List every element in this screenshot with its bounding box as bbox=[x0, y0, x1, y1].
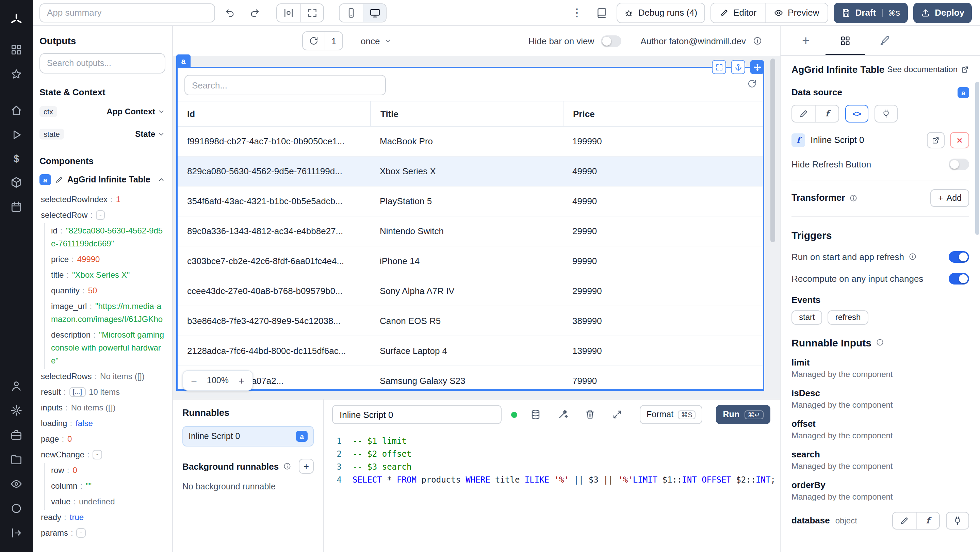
recompute-toggle[interactable] bbox=[949, 273, 969, 284]
table-row[interactable]: 4c83-8022-5e70a07a2...Samsung Galaxy S23… bbox=[178, 366, 763, 396]
table-row-selected[interactable]: 829ca080-5630-4562-9d5e-7611199d...Xbox … bbox=[178, 157, 763, 186]
run-on-start-toggle[interactable] bbox=[949, 251, 969, 262]
static-value-button[interactable] bbox=[792, 105, 815, 121]
table-row[interactable]: 2128adca-7fc6-44bd-800c-dc115df6ac...Sur… bbox=[178, 336, 763, 366]
expand-editor-button[interactable] bbox=[608, 406, 626, 423]
add-transformer-button[interactable]: +Add bbox=[931, 189, 969, 207]
draft-button[interactable]: Draft⌘S bbox=[834, 2, 908, 23]
apps-grid-icon[interactable] bbox=[10, 44, 22, 56]
fullscreen-button[interactable] bbox=[300, 4, 323, 21]
app-canvas[interactable]: a Id Title Price bbox=[173, 56, 780, 399]
table-row[interactable]: c303bce7-cb2e-42c6-8fdf-6aa01fc4e4...iPh… bbox=[178, 247, 763, 276]
table-row[interactable]: f991898d-cb27-4ac7-b10c-0b9050ce1...MacB… bbox=[178, 127, 763, 157]
output-field[interactable]: inputs:No items ([]) bbox=[41, 400, 165, 416]
output-field[interactable]: value:undefined bbox=[51, 494, 165, 510]
code-editor[interactable]: 1 2 3 4 -- $1 limit -- $2 offset -- $3 s… bbox=[324, 430, 780, 552]
schedules-calendar-icon[interactable] bbox=[10, 201, 22, 213]
component-header-row[interactable]: a AgGrid Infinite Table bbox=[40, 172, 165, 188]
hide-bar-toggle[interactable] bbox=[601, 35, 621, 47]
account-person-icon[interactable] bbox=[10, 380, 22, 392]
output-field[interactable]: page:0 bbox=[41, 431, 165, 447]
column-header-id[interactable]: Id bbox=[178, 102, 370, 126]
output-field[interactable]: params:- bbox=[41, 525, 165, 541]
windmill-logo[interactable] bbox=[10, 13, 23, 27]
table-row[interactable]: ccee43dc-27e0-40a8-b768-b09579b0...Sony … bbox=[178, 276, 763, 306]
background-info-icon[interactable] bbox=[283, 462, 291, 470]
inline-script-source-button[interactable]: <> bbox=[845, 105, 869, 122]
hide-refresh-toggle[interactable] bbox=[949, 158, 969, 170]
editor-tab[interactable]: Editor bbox=[711, 3, 765, 22]
search-outputs-input[interactable] bbox=[40, 53, 165, 73]
state-row[interactable]: state State bbox=[40, 126, 165, 142]
runs-play-icon[interactable] bbox=[10, 129, 22, 141]
run-on-start-info-icon[interactable] bbox=[908, 253, 916, 261]
undo-button[interactable] bbox=[221, 3, 240, 22]
output-field[interactable]: ready:true bbox=[41, 510, 165, 525]
ctx-row[interactable]: ctx App Context bbox=[40, 103, 165, 120]
docs-book-button[interactable] bbox=[592, 3, 611, 22]
settings-scrollbar[interactable] bbox=[975, 57, 979, 549]
expression-button[interactable]: f bbox=[815, 105, 838, 121]
redo-button[interactable] bbox=[245, 3, 264, 22]
output-field[interactable]: image_url:"https://m.media-amazon.com/im… bbox=[51, 299, 165, 328]
author-info-icon[interactable] bbox=[753, 36, 762, 46]
zoom-out-button[interactable]: − bbox=[185, 371, 204, 390]
table-row[interactable]: b3e864c8-7fe3-4270-89e9-54c12038...Canon… bbox=[178, 306, 763, 336]
output-field[interactable]: title:"Xbox Series X" bbox=[51, 267, 165, 283]
settings-gear-icon[interactable] bbox=[10, 404, 22, 417]
add-background-runnable-button[interactable]: + bbox=[299, 459, 314, 474]
output-field[interactable]: selectedRows:No items ([]) bbox=[41, 369, 165, 385]
table-row[interactable]: 354f6afd-43ac-4321-b1bc-0b5e5adcb...Play… bbox=[178, 186, 763, 216]
database-expression-button[interactable]: f bbox=[916, 512, 939, 528]
refresh-table-icon[interactable] bbox=[747, 79, 757, 89]
ai-assistant-button[interactable] bbox=[554, 406, 572, 423]
output-field[interactable]: result:[...]10 items bbox=[41, 385, 165, 400]
output-field[interactable]: quantity:50 bbox=[51, 283, 165, 299]
audit-eye-icon[interactable] bbox=[10, 478, 22, 490]
database-connect-button[interactable] bbox=[946, 512, 969, 529]
event-chip-start[interactable]: start bbox=[791, 310, 822, 325]
desktop-view-button[interactable] bbox=[363, 4, 386, 21]
app-summary-input[interactable] bbox=[40, 3, 215, 22]
refresh-app-button[interactable] bbox=[303, 32, 325, 50]
zoom-in-button[interactable]: + bbox=[232, 371, 251, 390]
transformer-info-icon[interactable] bbox=[850, 194, 858, 202]
open-script-button[interactable] bbox=[927, 132, 945, 148]
output-field[interactable]: id:"829ca080-5630-4562-9d5e-7611199dc669… bbox=[51, 223, 165, 252]
output-field[interactable]: selectedRowIndex:1 bbox=[41, 192, 165, 208]
output-field[interactable]: row:0 bbox=[51, 463, 165, 479]
column-header-title[interactable]: Title bbox=[370, 102, 563, 126]
table-row[interactable]: 89c0a336-1343-4812-ac34-e4bb8e27...Ninte… bbox=[178, 216, 763, 247]
output-field[interactable]: price:49990 bbox=[51, 252, 165, 267]
deploy-button[interactable]: Deploy bbox=[913, 2, 972, 23]
remove-script-button[interactable]: × bbox=[950, 132, 969, 148]
styling-brush-tab[interactable] bbox=[865, 26, 904, 55]
output-field[interactable]: loading:false bbox=[41, 416, 165, 431]
favorites-star-icon[interactable] bbox=[10, 68, 22, 80]
delete-script-button[interactable] bbox=[581, 406, 599, 423]
aggrid-table-component[interactable]: a Id Title Price bbox=[176, 67, 764, 391]
hide-panels-button[interactable] bbox=[277, 4, 300, 21]
mobile-view-button[interactable] bbox=[340, 4, 363, 21]
run-button[interactable]: Run⌘↵ bbox=[716, 405, 770, 424]
canvas-scrollbar[interactable] bbox=[770, 59, 775, 396]
status-circle-icon[interactable] bbox=[10, 502, 22, 515]
script-name-input[interactable] bbox=[332, 405, 502, 424]
folders-icon[interactable] bbox=[10, 453, 22, 466]
runnable-inputs-info-icon[interactable] bbox=[875, 338, 884, 347]
more-menu-button[interactable]: ⋮ bbox=[568, 3, 587, 22]
resources-cube-icon[interactable] bbox=[10, 176, 22, 189]
insert-component-tab[interactable]: + bbox=[786, 26, 826, 55]
runnable-inline-script-0[interactable]: Inline Script 0 a bbox=[182, 426, 314, 447]
component-settings-tab[interactable] bbox=[826, 26, 865, 55]
output-field[interactable]: description:"Microsoft gaming console wi… bbox=[51, 328, 165, 369]
see-documentation-link[interactable]: See documentation bbox=[887, 65, 969, 74]
anchor-component-button[interactable] bbox=[731, 60, 745, 74]
format-button[interactable]: Format⌘S bbox=[640, 405, 703, 424]
output-field[interactable]: selectedRow:- bbox=[41, 208, 165, 223]
home-icon[interactable] bbox=[10, 104, 22, 116]
variables-dollar-icon[interactable]: $ bbox=[14, 153, 19, 164]
expand-component-button[interactable] bbox=[712, 60, 726, 74]
preview-tab[interactable]: Preview bbox=[765, 3, 827, 22]
table-search-input[interactable] bbox=[185, 75, 386, 95]
